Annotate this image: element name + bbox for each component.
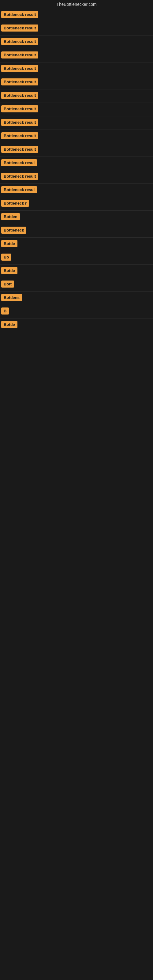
result-row: Bottleneck result xyxy=(0,89,153,103)
bottleneck-badge[interactable]: Bottleneck result xyxy=(1,146,38,153)
bottleneck-badge[interactable]: Bottleneck r xyxy=(1,200,29,207)
bottleneck-badge[interactable]: Bottleneck xyxy=(1,227,26,234)
result-row: Bottleneck result xyxy=(0,22,153,35)
result-row: Bottleneck result xyxy=(0,9,153,22)
result-row: Bottlens xyxy=(0,291,153,305)
bottleneck-badge[interactable]: Bottleneck result xyxy=(1,11,38,18)
bottleneck-badge[interactable]: Bottleneck resul xyxy=(1,159,37,166)
result-row: Bottle xyxy=(0,318,153,332)
result-row: B xyxy=(0,305,153,318)
bottleneck-badge[interactable]: Bottlens xyxy=(1,294,22,301)
result-row: Bott xyxy=(0,278,153,291)
result-row: Bottleneck xyxy=(0,224,153,238)
result-row: Bottleneck result xyxy=(0,170,153,184)
bottleneck-badge[interactable]: Bo xyxy=(1,254,11,261)
site-title: TheBottlenecker.com xyxy=(0,0,153,9)
result-row: Bottlen xyxy=(0,211,153,224)
result-row: Bottleneck result xyxy=(0,143,153,157)
result-row: Bo xyxy=(0,251,153,265)
result-row: Bottleneck result xyxy=(0,103,153,116)
bottleneck-badge[interactable]: Bottleneck result xyxy=(1,119,38,126)
result-row: Bottle xyxy=(0,265,153,278)
result-row: Bottleneck resul xyxy=(0,157,153,170)
bottleneck-badge[interactable]: Bottleneck resul xyxy=(1,186,37,193)
bottleneck-badge[interactable]: B xyxy=(1,307,9,315)
bottleneck-badge[interactable]: Bottle xyxy=(1,267,18,274)
bottleneck-badge[interactable]: Bottle xyxy=(1,321,18,328)
bottleneck-badge[interactable]: Bottlen xyxy=(1,213,20,220)
bottleneck-badge[interactable]: Bottleneck result xyxy=(1,65,38,72)
result-row: Bottleneck result xyxy=(0,116,153,130)
bottleneck-badge[interactable]: Bott xyxy=(1,280,14,288)
bottleneck-badge[interactable]: Bottle xyxy=(1,240,18,247)
bottleneck-badge[interactable]: Bottleneck result xyxy=(1,105,38,112)
bottleneck-badge[interactable]: Bottleneck result xyxy=(1,92,38,99)
result-row: Bottleneck result xyxy=(0,35,153,49)
bottleneck-badge[interactable]: Bottleneck result xyxy=(1,173,38,180)
result-row: Bottleneck result xyxy=(0,130,153,143)
bottleneck-badge[interactable]: Bottleneck result xyxy=(1,24,38,32)
result-row: Bottleneck resul xyxy=(0,184,153,197)
bottleneck-badge[interactable]: Bottleneck result xyxy=(1,38,38,45)
result-row: Bottleneck result xyxy=(0,49,153,62)
bottleneck-badge[interactable]: Bottleneck result xyxy=(1,51,38,59)
bottleneck-badge[interactable]: Bottleneck result xyxy=(1,132,38,139)
result-row: Bottleneck result xyxy=(0,76,153,89)
result-row: Bottleneck r xyxy=(0,197,153,211)
bottleneck-badge[interactable]: Bottleneck result xyxy=(1,78,38,86)
result-row: Bottleneck result xyxy=(0,62,153,76)
result-row: Bottle xyxy=(0,238,153,251)
